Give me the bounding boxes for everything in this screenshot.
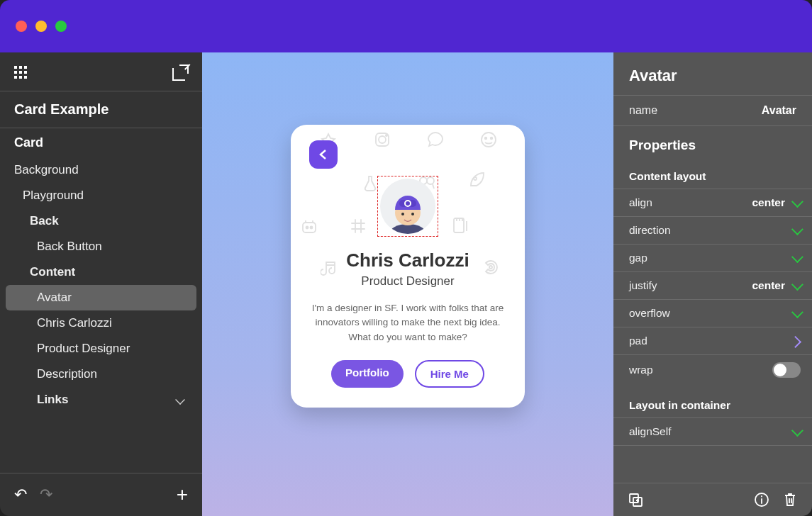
tree-item-description[interactable]: Description	[0, 361, 202, 387]
wrap-toggle[interactable]	[772, 362, 801, 378]
root-layer[interactable]: Card	[0, 128, 202, 157]
project-title: Card Example	[0, 91, 202, 128]
layer-tree: Background Playground Back Back Button C…	[0, 157, 202, 473]
name-label: name	[629, 104, 657, 117]
svg-rect-0	[376, 133, 389, 146]
card-back-button[interactable]	[309, 140, 338, 169]
chevron-down-icon	[791, 425, 803, 437]
card-description: I'm a designer in SF. I work with folks …	[309, 301, 506, 344]
chevron-down-icon	[791, 306, 803, 318]
undo-button[interactable]: ↶	[14, 486, 27, 504]
card-preview: Chris Carlozzi Product Designer I'm a de…	[291, 125, 525, 408]
prop-overflow[interactable]: overflow	[613, 299, 812, 327]
info-button[interactable]	[754, 492, 769, 507]
tree-item-name[interactable]: Chris Carlozzi	[0, 310, 202, 336]
layout-in-container-heading: Layout in container	[613, 385, 812, 417]
chevron-down-icon	[791, 279, 803, 291]
tree-item-content[interactable]: Content	[0, 259, 202, 285]
svg-point-14	[389, 224, 426, 234]
tree-item-playground[interactable]: Playground	[0, 183, 202, 208]
chevron-right-icon	[789, 336, 801, 348]
hire-me-button[interactable]: Hire Me	[415, 360, 484, 388]
svg-point-4	[485, 138, 487, 140]
apps-grid-icon[interactable]	[14, 66, 28, 80]
delete-button[interactable]	[782, 492, 798, 507]
inspector-panel: Avatar name Avatar Properties Content la…	[613, 52, 812, 516]
open-external-icon[interactable]	[172, 65, 188, 81]
chevron-down-icon	[791, 196, 803, 208]
window-close-button[interactable]	[16, 21, 27, 32]
svg-point-18	[401, 213, 404, 215]
portfolio-button[interactable]: Portfolio	[331, 360, 404, 388]
prop-align-self[interactable]: alignSelf	[613, 417, 812, 446]
svg-point-5	[491, 138, 493, 140]
window-minimize-button[interactable]	[35, 21, 47, 32]
prop-pad[interactable]: pad	[613, 327, 812, 354]
prop-align[interactable]: align center	[613, 189, 812, 216]
svg-point-2	[386, 135, 387, 136]
prop-gap[interactable]: gap	[613, 244, 812, 271]
tree-item-links[interactable]: Links	[0, 387, 202, 413]
chevron-down-icon	[175, 395, 185, 405]
tree-item-role[interactable]: Product Designer	[0, 336, 202, 361]
card-name: Chris Carlozzi	[309, 249, 506, 271]
layers-panel: Card Example Card Background Playground …	[0, 52, 202, 516]
tree-item-back[interactable]: Back	[0, 208, 202, 234]
prop-justify[interactable]: justify center	[613, 271, 812, 299]
add-button[interactable]: +	[177, 483, 188, 506]
prop-wrap[interactable]: wrap	[613, 354, 812, 385]
properties-heading: Properties	[613, 126, 812, 160]
svg-point-1	[379, 136, 386, 143]
tree-item-background[interactable]: Background	[0, 157, 202, 183]
window-titlebar	[0, 0, 812, 52]
tree-item-avatar[interactable]: Avatar	[6, 285, 196, 310]
svg-point-10	[306, 227, 308, 229]
prop-direction[interactable]: direction	[613, 216, 812, 244]
tree-item-back-button[interactable]: Back Button	[0, 234, 202, 259]
avatar	[380, 179, 435, 234]
inspector-title: Avatar	[613, 52, 812, 95]
redo-button[interactable]: ↷	[40, 486, 52, 504]
chevron-down-icon	[791, 251, 803, 263]
name-value: Avatar	[762, 104, 796, 117]
svg-point-3	[482, 133, 496, 147]
card-role: Product Designer	[309, 274, 506, 288]
window-zoom-button[interactable]	[55, 21, 67, 32]
content-layout-heading: Content layout	[613, 160, 812, 189]
duplicate-button[interactable]	[628, 492, 643, 507]
name-property-row[interactable]: name Avatar	[613, 96, 812, 125]
avatar-selection-outline[interactable]	[377, 176, 438, 237]
canvas[interactable]: Chris Carlozzi Product Designer I'm a de…	[202, 52, 613, 516]
chevron-down-icon	[791, 223, 803, 235]
svg-point-19	[411, 213, 414, 215]
